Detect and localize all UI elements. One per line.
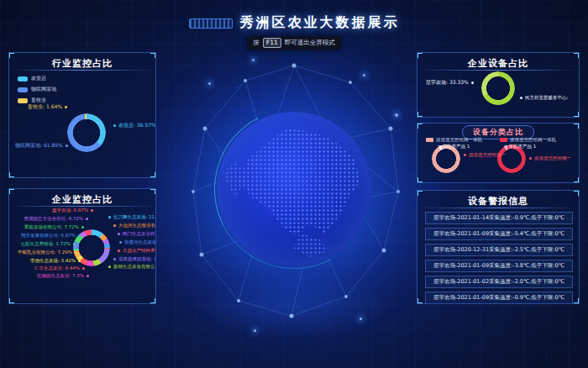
pie-callout: 秀湖园艺专业合作社: 4.72% bbox=[24, 216, 88, 222]
equipment-ratio-panel: 企业设备占比 星宇农场: 33.33% 民主村党群服务中心: bbox=[417, 52, 580, 118]
pie-callout: 一体机类产品 1 bbox=[438, 144, 470, 150]
pie-callout: 仁丰生态农业: 6.44% bbox=[34, 265, 85, 271]
alarm-row: 星宇农场-2021-01-14采集温度:-0.9℃,低于下限:0℃ bbox=[425, 212, 573, 224]
alarm-info-panel: 设备警报信息 星宇农场-2021-01-14采集温度:-0.9℃,低于下限:0℃… bbox=[417, 190, 580, 304]
alarm-row: 星宇农场-2021-01-09采集温度:-5.4℃,低于下限:0℃ bbox=[425, 228, 573, 240]
corner-bracket bbox=[417, 112, 423, 118]
pie-callout: 一体机类产品 1 bbox=[504, 144, 536, 150]
legend-label: 温湿度光照组网一体机 bbox=[510, 137, 556, 143]
pie-callout: 荷塘月生态农场: 4.29 bbox=[119, 239, 156, 245]
corner-bracket bbox=[8, 52, 14, 58]
corner-bracket bbox=[150, 188, 156, 194]
corner-bracket bbox=[417, 123, 423, 129]
alarm-row: 星宇农场-2021-01-09采集温度:-3.8℃,低于下限:0℃ bbox=[425, 260, 573, 272]
panel-title: 企业设备占比 bbox=[417, 57, 579, 70]
corner-bracket bbox=[417, 177, 423, 183]
tooltip-prefix: 按 bbox=[253, 39, 260, 47]
title-divider bbox=[9, 70, 155, 71]
pie-callout: 七彩生态养殖场: 1.72% bbox=[20, 241, 76, 247]
pie-callout: 李强生态农场: 3.42% bbox=[30, 258, 81, 264]
title-divider bbox=[417, 70, 579, 71]
pie-callout: 农资店: 36.57% bbox=[113, 122, 156, 128]
enterprise-ratio-panel: 企业监控占比 星宇农场: 6.87% 秀湖园艺专业合作社: 4.72% 家庭农场… bbox=[8, 188, 156, 304]
legend-swatch bbox=[18, 98, 28, 103]
pie-callout: 丰源水产特种养殖场: 1. bbox=[118, 248, 156, 254]
page-title: 秀洲区农业大数据展示 bbox=[240, 14, 400, 32]
pie-callout: 红梅园生态农业: 7.3% bbox=[37, 273, 89, 279]
corner-bracket bbox=[574, 112, 580, 118]
corner-bracket bbox=[8, 298, 14, 304]
equipment-donut-chart bbox=[481, 71, 515, 105]
corner-bracket bbox=[574, 298, 580, 304]
pie-callout: 中粮乳业有限公司: 7.29% bbox=[18, 250, 77, 255]
pie-callout: 家庭农场有限公司: 7.72% bbox=[24, 224, 84, 230]
pie-callout: 大运河生态牧业有限责任公 bbox=[113, 223, 156, 229]
alarm-row: 星宇农场-2021-01-09采集温度:-0.9℃,低于下限:0℃ bbox=[425, 292, 573, 304]
pie-callout: 畜牧业: 1.64% bbox=[28, 103, 67, 109]
corner-bracket bbox=[417, 52, 423, 58]
corner-bracket bbox=[8, 188, 14, 194]
industry-ratio-panel: 行业监控占比 农资店 物联网基地 畜牧业 畜牧业: 1.64% 农资店: 36.… bbox=[8, 52, 156, 178]
app-logo-badge bbox=[189, 18, 233, 29]
legend-item[interactable]: 温湿度光照组网一体机 bbox=[500, 137, 556, 143]
industry-donut-chart bbox=[67, 113, 106, 152]
device-class-panel: 设备分类占比 温湿度光照组网一体机 温湿度光照组网一体机 一体机类产品 1 温湿… bbox=[417, 123, 580, 183]
pie-callout: 成果蔬菜园基地: 15.02% bbox=[113, 256, 156, 262]
legend-item[interactable]: 温湿度光照组网一体机 bbox=[426, 137, 482, 143]
legend-item[interactable]: 物联网基地 bbox=[18, 86, 56, 93]
dashboard-stage: 秀洲区农业大数据展示 按 F11 即可退出全屏模式 行业监控占比 农资店 物联网… bbox=[0, 0, 588, 368]
panel-title: 设备警报信息 bbox=[417, 195, 579, 208]
pie-callout: 翔升发展有限公司: 6.87% bbox=[21, 233, 81, 239]
legend-swatch bbox=[500, 138, 507, 142]
pie-callout: 温湿度光照组网一 bbox=[464, 152, 506, 158]
legend-label: 温湿度光照组网一体机 bbox=[436, 137, 482, 143]
corner-bracket bbox=[574, 190, 580, 196]
legend-label: 农资店 bbox=[31, 75, 46, 82]
legend-item[interactable]: 农资店 bbox=[18, 75, 56, 82]
alarm-row: 星宇农场-2021-01-02采集温度:-2.0℃,低于下限:0℃ bbox=[425, 276, 573, 288]
corner-bracket bbox=[417, 190, 423, 196]
title-divider bbox=[9, 206, 155, 207]
corner-bracket bbox=[150, 172, 156, 178]
corner-bracket bbox=[417, 298, 423, 304]
legend-swatch bbox=[18, 87, 28, 92]
legend-swatch bbox=[18, 76, 28, 81]
tooltip-suffix: 即可退出全屏模式 bbox=[285, 39, 335, 47]
pie-callout: 民主村党群服务中心: bbox=[520, 95, 568, 101]
pie-callout: 温湿度光照组网一 bbox=[529, 155, 571, 161]
legend-label: 物联网基地 bbox=[31, 86, 56, 93]
corner-bracket bbox=[574, 177, 580, 183]
corner-bracket bbox=[574, 123, 580, 129]
pie-callout: 星宇农场: 6.87% bbox=[52, 208, 93, 213]
fullscreen-tooltip: 按 F11 即可退出全屏模式 bbox=[247, 36, 340, 50]
corner-bracket bbox=[8, 172, 14, 178]
pie-callout: 北刀舞生态农场: 11.16% bbox=[108, 214, 156, 220]
corner-bracket bbox=[574, 52, 580, 58]
pie-callout: 星宇农场: 33.33% bbox=[426, 79, 474, 85]
corner-bracket bbox=[150, 298, 156, 304]
pie-callout: 陶门生态农业科技有限公 bbox=[118, 231, 156, 237]
panel-title: 行业监控占比 bbox=[9, 57, 155, 70]
globe bbox=[217, 112, 371, 266]
pie-callout: 物联网基地: 61.85% bbox=[15, 142, 68, 148]
title-divider bbox=[417, 208, 579, 208]
alarm-row: 星宇农场-2020-12-31采集温度:-2.5℃,低于下限:0℃ bbox=[425, 244, 573, 256]
pie-callout: 新硕生态农发有限公司: 6.87 bbox=[108, 264, 156, 270]
panel-title: 企业监控占比 bbox=[9, 193, 155, 206]
legend-swatch bbox=[426, 138, 433, 142]
header: 秀洲区农业大数据展示 按 F11 即可退出全屏模式 bbox=[0, 0, 588, 50]
corner-bracket bbox=[150, 52, 156, 58]
f11-keycap: F11 bbox=[263, 38, 281, 48]
